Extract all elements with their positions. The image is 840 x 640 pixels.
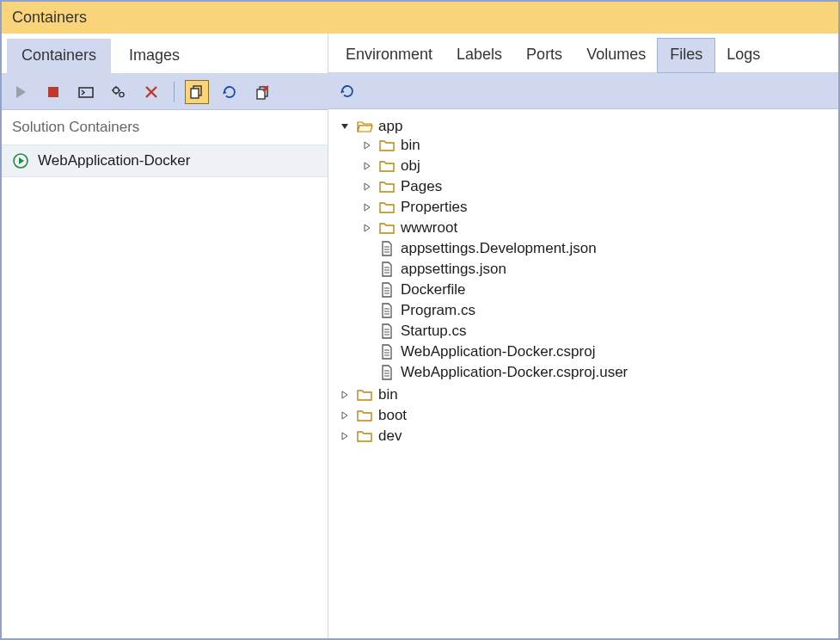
node-label: appsettings.Development.json bbox=[401, 240, 597, 257]
file-node[interactable]: Startup.cs bbox=[361, 323, 835, 340]
file-icon bbox=[378, 323, 395, 340]
tab-images[interactable]: Images bbox=[114, 39, 194, 73]
folder-icon bbox=[378, 137, 395, 154]
expand-icon[interactable] bbox=[361, 181, 373, 193]
folder-node[interactable]: bin bbox=[361, 137, 835, 154]
file-node[interactable]: WebApplication-Docker.csproj bbox=[361, 343, 835, 360]
svg-marker-48 bbox=[342, 433, 347, 440]
node-label: Program.cs bbox=[401, 302, 475, 319]
folder-icon bbox=[378, 199, 395, 216]
refresh-icon bbox=[221, 83, 238, 101]
file-node[interactable]: Program.cs bbox=[361, 302, 835, 319]
container-list: WebApplication-Docker bbox=[2, 145, 328, 638]
file-icon bbox=[378, 261, 395, 278]
svg-rect-12 bbox=[191, 89, 199, 98]
detail-tabstrip: EnvironmentLabelsPortsVolumesFilesLogs bbox=[328, 34, 838, 73]
node-label: boot bbox=[378, 407, 407, 424]
tab-ports[interactable]: Ports bbox=[514, 39, 574, 72]
expand-icon[interactable] bbox=[361, 139, 373, 151]
node-label: bin bbox=[378, 386, 398, 403]
folder-node[interactable]: Properties bbox=[361, 199, 835, 216]
refresh-button[interactable] bbox=[218, 80, 242, 104]
node-label: dev bbox=[378, 428, 402, 445]
tab-logs[interactable]: Logs bbox=[714, 39, 772, 72]
file-icon bbox=[378, 343, 395, 360]
file-tree: appbinobjPagesPropertieswwwrootappsettin… bbox=[328, 109, 838, 638]
tab-labels[interactable]: Labels bbox=[445, 39, 514, 72]
collapse-icon[interactable] bbox=[339, 120, 351, 132]
tab-containers[interactable]: Containers bbox=[7, 39, 111, 73]
expand-icon[interactable] bbox=[361, 222, 373, 234]
node-label: WebApplication-Docker.csproj.user bbox=[401, 364, 628, 381]
file-node[interactable]: Dockerfile bbox=[361, 281, 835, 298]
expand-icon[interactable] bbox=[339, 389, 351, 401]
svg-marker-24 bbox=[365, 225, 370, 231]
node-label: Dockerfile bbox=[401, 281, 466, 298]
attach-terminal-button[interactable] bbox=[74, 80, 98, 104]
copy-button[interactable] bbox=[185, 80, 209, 104]
prune-icon bbox=[254, 83, 271, 101]
folder-icon bbox=[356, 386, 373, 403]
node-label: Properties bbox=[401, 199, 467, 216]
left-tabstrip: ContainersImages bbox=[2, 34, 328, 74]
tab-environment[interactable]: Environment bbox=[334, 39, 445, 72]
delete-button[interactable] bbox=[139, 80, 163, 104]
folder-icon bbox=[356, 428, 373, 445]
expand-icon[interactable] bbox=[339, 409, 351, 422]
toolbar-separator bbox=[174, 82, 175, 102]
svg-marker-21 bbox=[365, 163, 370, 169]
container-row[interactable]: WebApplication-Docker bbox=[2, 145, 328, 177]
folder-icon bbox=[378, 157, 395, 175]
folder-icon bbox=[356, 407, 373, 424]
file-node[interactable]: appsettings.json bbox=[361, 261, 835, 278]
folder-node[interactable]: boot bbox=[339, 407, 835, 424]
file-node[interactable]: appsettings.Development.json bbox=[361, 240, 835, 257]
settings-button[interactable] bbox=[107, 80, 131, 104]
file-node[interactable]: WebApplication-Docker.csproj.user bbox=[361, 364, 835, 381]
file-icon bbox=[378, 240, 395, 257]
right-toolbar bbox=[328, 73, 838, 109]
running-icon bbox=[12, 152, 29, 169]
refresh-icon bbox=[339, 83, 356, 100]
node-label: obj bbox=[401, 157, 420, 175]
stop-button[interactable] bbox=[41, 80, 65, 104]
node-label: bin bbox=[401, 137, 420, 154]
svg-rect-2 bbox=[79, 88, 93, 97]
folder-node[interactable]: Pages bbox=[361, 178, 835, 195]
expand-icon[interactable] bbox=[361, 160, 373, 172]
svg-rect-1 bbox=[48, 87, 58, 97]
expand-icon[interactable] bbox=[361, 201, 373, 213]
file-icon bbox=[378, 302, 395, 319]
node-label: WebApplication-Docker.csproj bbox=[401, 343, 595, 360]
folder-node[interactable]: wwwroot bbox=[361, 219, 835, 237]
stop-icon bbox=[45, 83, 62, 101]
node-label: Startup.cs bbox=[401, 323, 467, 340]
folder-node[interactable]: obj bbox=[361, 157, 835, 175]
tab-files[interactable]: Files bbox=[658, 39, 714, 72]
window-title: Containers bbox=[2, 2, 838, 34]
folder-node[interactable]: dev bbox=[339, 428, 835, 445]
svg-marker-0 bbox=[16, 86, 26, 98]
folder-node[interactable]: bin bbox=[339, 386, 835, 403]
file-icon bbox=[378, 364, 395, 381]
node-label: Pages bbox=[401, 178, 442, 195]
containers-window: Containers ContainersImages Solution Con… bbox=[0, 0, 840, 640]
folder-icon bbox=[378, 219, 395, 237]
refresh-files-button[interactable] bbox=[335, 79, 359, 103]
body: ContainersImages Solution Containers Web… bbox=[2, 34, 838, 638]
x-icon bbox=[143, 83, 160, 101]
start-button[interactable] bbox=[9, 80, 33, 104]
expand-icon[interactable] bbox=[339, 430, 351, 442]
node-label: wwwroot bbox=[401, 219, 457, 237]
node-label: app bbox=[378, 118, 402, 135]
svg-marker-47 bbox=[342, 412, 347, 419]
svg-marker-20 bbox=[365, 142, 370, 149]
svg-marker-18 bbox=[19, 157, 24, 164]
tab-volumes[interactable]: Volumes bbox=[574, 39, 658, 72]
copy-icon bbox=[188, 83, 205, 101]
folder-node[interactable]: app bbox=[339, 118, 835, 135]
container-name: WebApplication-Docker bbox=[38, 152, 190, 169]
gears-icon bbox=[110, 83, 127, 101]
play-icon bbox=[12, 83, 29, 101]
prune-button[interactable] bbox=[250, 80, 274, 104]
